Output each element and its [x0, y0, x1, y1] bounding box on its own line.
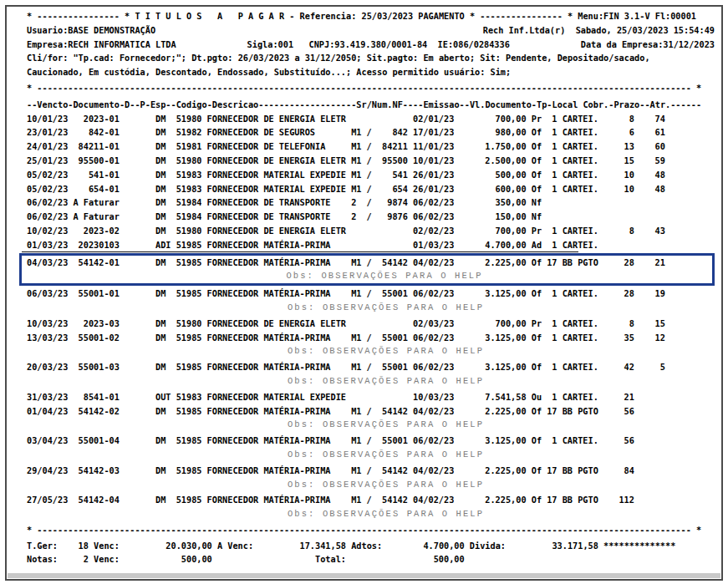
cell-serie: M1 /	[351, 360, 372, 374]
cell-local-num: 1	[547, 125, 557, 140]
cell-documento: 2023-01	[68, 112, 120, 126]
table-row-line: 10/03/232023-03DM51980FORNECEDOR DE ENER…	[27, 317, 715, 331]
table-row[interactable]: 10/02/232023-02DM51980FORNECEDOR DE ENER…	[27, 224, 715, 238]
column-spacer	[120, 317, 155, 331]
table-row-line: 04/03/2354142-01DM51985FORNECEDOR MATÉRI…	[27, 256, 712, 270]
table-row[interactable]: 25/01/2395500-01DM51980FORNECEDOR DE ENE…	[27, 154, 715, 168]
cell-valor-documento: 2.225,00	[454, 404, 526, 419]
table-row[interactable]: 29/04/2354142-03DM51985FORNECEDOR MATÉRI…	[27, 464, 715, 492]
cell-documento: 2023-03	[68, 317, 120, 331]
cell-tipo: Pr	[532, 224, 542, 238]
cell-especie: OUT	[155, 390, 176, 404]
cell-descricao: FORNECEDOR MATÉRIA-PRIMA	[207, 256, 352, 270]
table-row[interactable]: 23/01/23842-01DM51982FORNECEDOR DE SEGUR…	[27, 125, 715, 140]
cell-vencto: 05/02/23	[27, 168, 68, 182]
table-row[interactable]: 01/03/2320230103ADI51985FORNECEDOR MATÉR…	[27, 238, 715, 252]
user-line: Usuario:BASE DEMONSTRAÇÃORech Inf.Ltda(r…	[27, 23, 715, 38]
cell-descricao: FORNECEDOR MATERIAL EXPEDIE	[207, 182, 352, 196]
column-spacer	[120, 196, 155, 210]
cell-num-nf: 541	[372, 168, 408, 182]
cell-codigo: 51980	[176, 112, 202, 126]
cell-serie: M1 /	[351, 154, 372, 168]
cell-documento: 84211-01	[68, 140, 120, 154]
cell-documento: 54142-03	[68, 464, 120, 478]
cell-especie: DM	[155, 493, 176, 507]
cell-descricao: FORNECEDOR DE ENERGIA ELETR	[207, 317, 352, 331]
total-label-e: Divida:	[470, 539, 506, 553]
cell-documento: 20230103	[68, 238, 120, 252]
table-row[interactable]: 24/01/2384211-01DM51981FORNECEDOR DE TEL…	[27, 140, 715, 154]
cell-especie: DM	[155, 112, 176, 126]
cell-documento: 55001-03	[68, 360, 120, 374]
table-row[interactable]: 01/04/2354142-02DM51985FORNECEDOR MATÉRI…	[27, 404, 715, 433]
cell-tipo: Of	[532, 404, 542, 419]
cell-valor-documento: 150,00	[454, 210, 526, 224]
cell-serie: 2 /	[351, 210, 372, 224]
table-row[interactable]: 06/02/23A FaturarDM51984FORNECEDOR DE TR…	[27, 210, 715, 224]
row-observation: Obs: OBSERVAÇÕES PARA O HELP	[27, 344, 715, 358]
cell-vencto: 10/01/23	[27, 112, 68, 126]
cell-especie: DM	[155, 210, 176, 224]
cell-descricao: FORNECEDOR DE TELEFONIA	[207, 140, 352, 154]
total-label-c: A Venc:	[217, 539, 253, 553]
total-amount-d	[506, 552, 598, 566]
cell-valor-documento: 3.125,00	[454, 331, 526, 345]
table-row-line: 20/03/2355001-03DM51985FORNECEDOR MATÉRI…	[27, 360, 715, 374]
total-amount-c: 4.700,00	[382, 539, 465, 553]
cell-tipo: Of	[532, 182, 542, 196]
table-row[interactable]: 06/02/23A FaturarDM51984FORNECEDOR DE TR…	[27, 196, 715, 210]
table-row[interactable]: 20/03/2355001-03DM51985FORNECEDOR MATÉRI…	[27, 360, 715, 388]
cell-prazo: 112	[603, 493, 634, 507]
cell-tipo: Pr	[532, 112, 542, 126]
table-row[interactable]: 03/04/2355001-04DM51985FORNECEDOR MATÉRI…	[27, 434, 715, 462]
cell-valor-documento: 700,00	[454, 112, 526, 126]
cell-especie: DM	[155, 182, 176, 196]
cell-descricao: FORNECEDOR DE TRANSPORTE	[207, 210, 352, 224]
table-row[interactable]: 05/02/23654-01DM51983FORNECEDOR MATERIAL…	[27, 182, 715, 196]
cell-valor-documento: 600,00	[454, 182, 526, 196]
cell-tipo: Of	[532, 464, 542, 478]
cell-descricao: FORNECEDOR MATÉRIA-PRIMA	[207, 331, 352, 345]
table-row[interactable]: 13/03/2355001-02DM51985FORNECEDOR MATÉRI…	[27, 331, 715, 359]
cell-local-cobranca: CARTEI.	[563, 360, 603, 374]
cell-especie: DM	[155, 404, 176, 419]
cell-codigo: 51984	[176, 210, 202, 224]
table-row[interactable]: 10/01/232023-01DM51980FORNECEDOR DE ENER…	[27, 112, 715, 126]
row-observation: Obs: OBSERVAÇÕES PARA O HELP	[27, 374, 715, 388]
cell-valor-documento: 2.500,00	[454, 154, 526, 168]
cell-documento: 654-01	[68, 182, 120, 196]
cell-local-cobranca: CARTEI.	[563, 140, 603, 154]
column-spacer	[120, 434, 155, 448]
cell-emissao: 26/01/23	[413, 182, 454, 196]
cell-valor-documento: 700,00	[454, 317, 526, 331]
company-ids: Sigla:001 CNPJ:93.419.380/0001-84 IE:086…	[247, 38, 510, 52]
cell-prazo: 28	[603, 287, 634, 301]
total-label-e	[470, 552, 506, 566]
cell-emissao: 01/03/23	[413, 238, 454, 252]
column-spacer	[120, 125, 155, 140]
cell-especie: DM	[155, 125, 176, 140]
cell-especie: DM	[155, 168, 176, 182]
cell-vencto: 13/03/23	[27, 331, 68, 345]
table-row[interactable]: 04/03/2354142-01DM51985FORNECEDOR MATÉRI…	[19, 253, 715, 287]
total-label-a: Notas:	[27, 552, 58, 566]
cell-documento: 842-01	[68, 125, 120, 140]
column-spacer	[120, 140, 155, 154]
cell-atraso: 5	[634, 360, 665, 374]
cell-local-cobranca: CARTEI.	[563, 238, 603, 252]
cell-especie: DM	[155, 287, 176, 301]
totals-row: Notas:2Venc:500,00Total:500,00	[27, 552, 715, 566]
column-spacer	[120, 331, 155, 345]
cell-descricao: FORNECEDOR MATERIAL EXPEDIE	[207, 390, 352, 404]
cell-local-num: 1	[547, 168, 557, 182]
total-amount-a: 20.030,00	[120, 539, 212, 553]
cell-codigo: 51980	[176, 224, 202, 238]
table-row-line: 06/02/23A FaturarDM51984FORNECEDOR DE TR…	[27, 210, 715, 224]
cell-local-num: 1	[547, 112, 557, 126]
table-row[interactable]: 06/03/2355001-01DM51985FORNECEDOR MATÉRI…	[27, 287, 715, 315]
cell-codigo: 51985	[176, 434, 202, 448]
table-row[interactable]: 27/05/2354142-04DM51985FORNECEDOR MATÉRI…	[27, 493, 715, 521]
table-row[interactable]: 31/03/238541-01OUT51983FORNECEDOR MATERI…	[27, 390, 715, 404]
table-row[interactable]: 05/02/23541-01DM51983FORNECEDOR MATERIAL…	[27, 168, 715, 182]
table-row[interactable]: 10/03/232023-03DM51980FORNECEDOR DE ENER…	[27, 317, 715, 331]
